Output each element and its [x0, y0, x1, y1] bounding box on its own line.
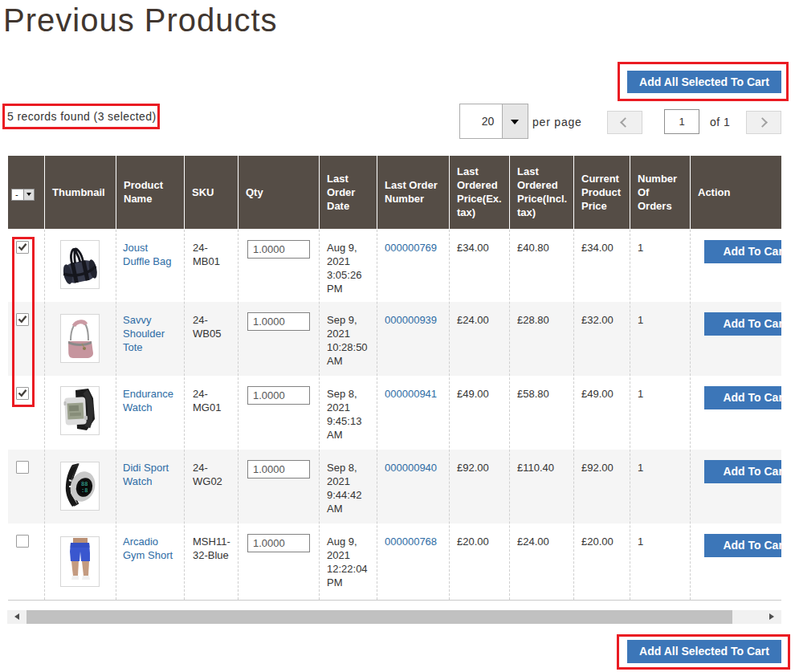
svg-text::8: :8: [81, 487, 88, 494]
svg-text:88: 88: [81, 481, 88, 487]
